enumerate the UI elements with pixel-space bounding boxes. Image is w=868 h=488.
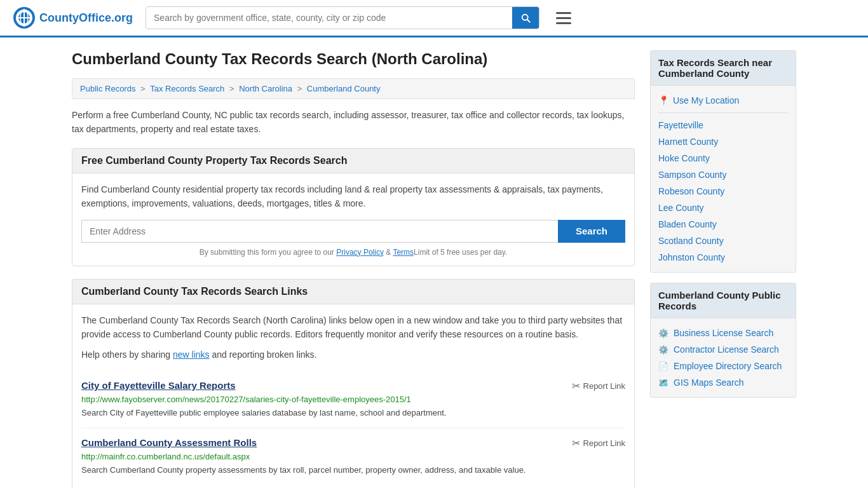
nearby-link-bladen[interactable]: Bladen County — [658, 219, 717, 229]
address-input[interactable] — [81, 220, 558, 243]
header-search-container — [146, 6, 539, 29]
nearby-section-header: Tax Records Search near Cumberland Count… — [651, 51, 796, 86]
limit-text: Limit of 5 free uses per day. — [414, 248, 507, 257]
record-item-1-title[interactable]: City of Fayetteville Salary Reports — [81, 380, 236, 391]
public-records-header: Cumberland County Public Records — [651, 283, 796, 318]
hamburger-menu-button[interactable] — [552, 8, 575, 28]
record-item-1: City of Fayetteville Salary Reports ✂ Re… — [81, 371, 625, 429]
property-tax-section: Free Cumberland County Property Tax Reco… — [72, 148, 635, 266]
record-item-1-header: City of Fayetteville Salary Reports ✂ Re… — [81, 380, 625, 392]
public-records-item-business[interactable]: ⚙️ Business License Search — [658, 325, 788, 341]
new-links-link[interactable]: new links — [173, 349, 210, 360]
links-section-header: Cumberland County Tax Records Search Lin… — [72, 280, 634, 304]
privacy-policy-link[interactable]: Privacy Policy — [336, 248, 384, 257]
logo-link[interactable]: CountyOffice.org — [13, 6, 133, 29]
links-section: Cumberland County Tax Records Search Lin… — [72, 279, 635, 488]
search-button[interactable]: Search — [558, 220, 625, 243]
record-item-2-title[interactable]: Cumberland County Assessment Rolls — [81, 437, 257, 448]
breadcrumb-link-public-records[interactable]: Public Records — [80, 84, 135, 93]
record-url-2[interactable]: http://mainfr.co.cumberland.nc.us/defaul… — [81, 452, 625, 461]
sidebar: Tax Records Search near Cumberland Count… — [650, 50, 796, 488]
hamburger-line-1 — [556, 12, 571, 14]
logo-main: CountyOffice — [39, 11, 111, 24]
public-records-item-employee[interactable]: 📄 Employee Directory Search — [658, 358, 788, 374]
public-records-body: ⚙️ Business License Search ⚙️ Contractor… — [651, 318, 796, 397]
document-icon: 📄 — [658, 362, 668, 371]
report-link-button-1[interactable]: ✂ Report Link — [572, 380, 625, 392]
breadcrumb: Public Records > Tax Records Search > No… — [72, 78, 635, 99]
nearby-section: Tax Records Search near Cumberland Count… — [650, 50, 796, 273]
sidebar-item-bladen[interactable]: Bladen County — [658, 216, 788, 233]
sidebar-item-robeson[interactable]: Robeson County — [658, 183, 788, 200]
nearby-link-robeson[interactable]: Robeson County — [658, 186, 724, 196]
gear-icon-2: ⚙️ — [658, 345, 668, 355]
record-desc-1: Search City of Fayetteville public emplo… — [81, 407, 625, 419]
sidebar-item-lee[interactable]: Lee County — [658, 200, 788, 216]
disclaimer-text: By submitting this form you agree to our — [200, 248, 334, 257]
use-my-location-item[interactable]: 📍 Use My Location — [658, 92, 788, 109]
property-tax-body: Find Cumberland County residential prope… — [72, 173, 634, 266]
report-link-label-2: Report Link — [583, 438, 625, 448]
nearby-link-harnett[interactable]: Harnett County — [658, 137, 718, 147]
breadcrumb-link-tax-records[interactable]: Tax Records Search — [150, 84, 224, 93]
contractor-license-link[interactable]: Contractor License Search — [674, 344, 779, 355]
sidebar-divider-1 — [658, 112, 788, 113]
use-my-location-link[interactable]: Use My Location — [673, 95, 739, 105]
intro-text: Perform a free Cumberland County, NC pub… — [72, 108, 635, 137]
nearby-link-lee[interactable]: Lee County — [658, 203, 704, 213]
breadcrumb-link-nc[interactable]: North Carolina — [239, 84, 292, 93]
terms-link[interactable]: Terms — [393, 248, 414, 257]
sidebar-item-hoke[interactable]: Hoke County — [658, 150, 788, 166]
gis-maps-link[interactable]: GIS Maps Search — [674, 377, 744, 388]
page-title: Cumberland County Tax Records Search (No… — [72, 50, 635, 68]
map-icon: 🗺️ — [658, 378, 668, 388]
nearby-link-scotland[interactable]: Scotland County — [658, 236, 724, 246]
nearby-link-johnston[interactable]: Johnston County — [658, 252, 725, 262]
share-links-text: Help others by sharing new links and rep… — [81, 348, 625, 362]
breadcrumb-sep-1: > — [140, 84, 147, 93]
business-license-link[interactable]: Business License Search — [674, 328, 773, 338]
location-pin-icon: 📍 — [658, 95, 669, 105]
nearby-link-sampson[interactable]: Sampson County — [658, 170, 726, 180]
hamburger-line-2 — [556, 17, 571, 19]
form-disclaimer: By submitting this form you agree to our… — [81, 248, 625, 257]
record-item-2: Cumberland County Assessment Rolls ✂ Rep… — [81, 428, 625, 485]
record-item-2-header: Cumberland County Assessment Rolls ✂ Rep… — [81, 437, 625, 449]
employee-directory-link[interactable]: Employee Directory Search — [674, 361, 782, 371]
logo-icon — [13, 6, 36, 29]
search-icon — [520, 12, 531, 24]
breadcrumb-sep-3: > — [297, 84, 304, 93]
header-search-input[interactable] — [146, 8, 512, 28]
sidebar-item-harnett[interactable]: Harnett County — [658, 133, 788, 150]
gear-icon-1: ⚙️ — [658, 329, 668, 338]
links-description: The Cumberland County Tax Records Search… — [81, 313, 625, 342]
sidebar-item-scotland[interactable]: Scotland County — [658, 233, 788, 249]
content-wrapper: Cumberland County Tax Records Search (No… — [59, 37, 809, 488]
nearby-link-hoke[interactable]: Hoke County — [658, 153, 710, 163]
breadcrumb-sep-2: > — [229, 84, 236, 93]
public-records-item-gis[interactable]: 🗺️ GIS Maps Search — [658, 374, 788, 391]
logo-suffix: .org — [111, 11, 133, 24]
main-content: Cumberland County Tax Records Search (No… — [72, 50, 635, 488]
links-section-body: The Cumberland County Tax Records Search… — [72, 304, 634, 488]
address-form: Search — [81, 220, 625, 243]
public-records-section: Cumberland County Public Records ⚙️ Busi… — [650, 283, 796, 398]
public-records-item-contractor[interactable]: ⚙️ Contractor License Search — [658, 341, 788, 358]
property-tax-header: Free Cumberland County Property Tax Reco… — [72, 149, 634, 173]
property-tax-description: Find Cumberland County residential prope… — [81, 182, 625, 211]
scissors-icon-1: ✂ — [572, 380, 580, 392]
header-search-button[interactable] — [512, 7, 539, 29]
record-desc-2: Search Cumberland County property assess… — [81, 464, 625, 477]
sidebar-item-fayetteville[interactable]: Fayetteville — [658, 117, 788, 133]
record-url-1[interactable]: http://www.fayobserver.com/news/20170227… — [81, 395, 625, 404]
logo-text: CountyOffice.org — [39, 11, 133, 25]
nearby-link-fayetteville[interactable]: Fayetteville — [658, 120, 703, 130]
report-link-label-1: Report Link — [583, 381, 625, 391]
hamburger-line-3 — [556, 22, 571, 24]
report-link-button-2[interactable]: ✂ Report Link — [572, 437, 625, 449]
nearby-section-body: 📍 Use My Location Fayetteville Harnett C… — [651, 86, 796, 272]
sidebar-item-johnston[interactable]: Johnston County — [658, 249, 788, 266]
site-header: CountyOffice.org — [0, 0, 868, 37]
breadcrumb-link-cumberland[interactable]: Cumberland County — [307, 84, 381, 93]
sidebar-item-sampson[interactable]: Sampson County — [658, 166, 788, 183]
